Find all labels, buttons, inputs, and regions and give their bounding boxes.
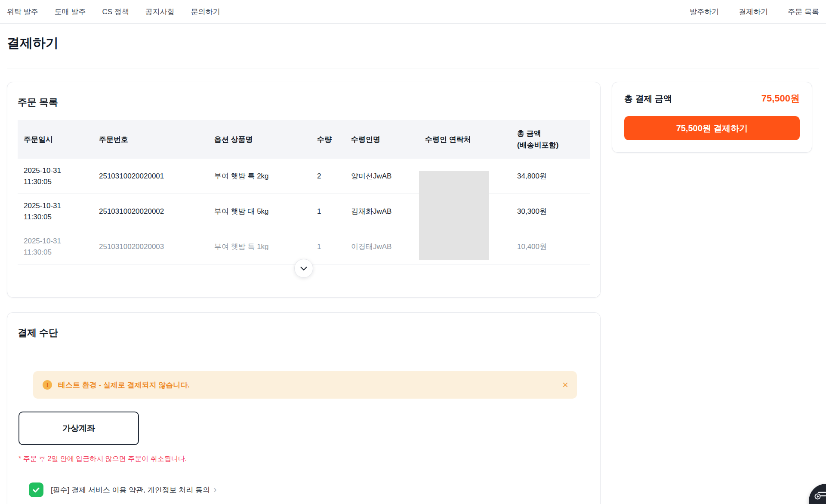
cell-product: 부여 햇밤 대 5kg bbox=[208, 206, 311, 216]
nav-item-consignment-order[interactable]: 위탁 발주 bbox=[7, 7, 38, 17]
page: 결제하기 주문 목록 주문일시 주문번호 옵션 상품명 수량 수령인명 수령인 … bbox=[0, 34, 826, 504]
close-icon[interactable]: × bbox=[562, 380, 568, 390]
total-payment-amount: 75,500원 bbox=[761, 92, 800, 105]
col-header-recipient: 수령인명 bbox=[345, 135, 419, 144]
cell-order-no: 2510310020020003 bbox=[93, 243, 208, 251]
title-divider bbox=[7, 68, 819, 68]
col-header-qty: 수량 bbox=[311, 135, 345, 144]
nav-item-inquiry[interactable]: 문의하기 bbox=[191, 7, 220, 17]
order-time: 11:30:05 bbox=[24, 176, 93, 187]
payment-method-title: 결제 수단 bbox=[18, 326, 590, 339]
nav-item-place-order[interactable]: 발주하기 bbox=[690, 7, 719, 17]
nav-left: 위탁 발주 도매 발주 CS 정책 공지사항 문의하기 bbox=[7, 7, 237, 17]
col-header-product: 옵션 상품명 bbox=[208, 135, 311, 144]
col-header-total-line1: 총 금액 bbox=[517, 128, 590, 139]
pay-button[interactable]: 75,500원 결제하기 bbox=[624, 116, 800, 140]
test-banner-text: 테스트 환경 - 실제로 결제되지 않습니다. bbox=[58, 380, 190, 390]
col-header-total-line2: (배송비포함) bbox=[517, 139, 590, 151]
cell-qty: 2 bbox=[311, 172, 345, 181]
nav-item-checkout[interactable]: 결제하기 bbox=[739, 7, 768, 17]
order-table-header: 주문일시 주문번호 옵션 상품명 수량 수령인명 수령인 연락처 총 금액 (배… bbox=[18, 120, 590, 159]
order-time: 11:30:05 bbox=[24, 212, 93, 223]
order-table: 주문일시 주문번호 옵션 상품명 수량 수령인명 수령인 연락처 총 금액 (배… bbox=[18, 120, 590, 264]
virtual-account-button[interactable]: 가상계좌 bbox=[18, 412, 139, 445]
nav-item-order-list[interactable]: 주문 목록 bbox=[788, 7, 819, 17]
chevron-down-icon bbox=[298, 263, 309, 274]
terms-checkbox[interactable] bbox=[29, 482, 43, 497]
cell-date: 2025-10-31 11:30:05 bbox=[18, 200, 93, 223]
cell-total: 30,300원 bbox=[511, 206, 590, 216]
nav-item-notice[interactable]: 공지사항 bbox=[145, 7, 175, 17]
col-header-contact: 수령인 연락처 bbox=[419, 135, 511, 144]
cell-recipient: 김채화JwAB bbox=[345, 206, 419, 216]
table-row: 2025-10-31 11:30:05 2510310020020002 부여 … bbox=[18, 194, 590, 229]
summary-row: 총 결제 금액 75,500원 bbox=[624, 92, 800, 105]
expand-orders-button[interactable] bbox=[294, 259, 313, 278]
top-nav: 위탁 발주 도매 발주 CS 정책 공지사항 문의하기 발주하기 결제하기 주문… bbox=[0, 0, 826, 24]
cell-order-no: 2510310020020001 bbox=[93, 172, 208, 181]
cell-date: 2025-10-31 11:30:05 bbox=[18, 236, 93, 258]
terms-agreement-label: [필수] 결제 서비스 이용 약관, 개인정보 처리 동의 bbox=[51, 485, 210, 495]
redacted-contact-overlay bbox=[419, 171, 489, 260]
cell-qty: 1 bbox=[311, 207, 345, 216]
chevron-right-icon[interactable]: › bbox=[213, 485, 216, 495]
order-list-card: 주문 목록 주문일시 주문번호 옵션 상품명 수량 수령인명 수령인 연락처 총… bbox=[7, 82, 601, 298]
table-row: 2025-10-31 11:30:05 2510310020020001 부여 … bbox=[18, 159, 590, 194]
order-date: 2025-10-31 bbox=[24, 165, 93, 176]
cell-total: 34,800원 bbox=[511, 171, 590, 181]
col-header-date: 주문일시 bbox=[18, 135, 93, 144]
cell-product: 부여 햇밤 특 2kg bbox=[208, 171, 311, 181]
col-header-order-no: 주문번호 bbox=[93, 135, 208, 144]
cell-order-no: 2510310020020002 bbox=[93, 207, 208, 216]
nav-item-cs-policy[interactable]: CS 정책 bbox=[102, 7, 129, 17]
cell-recipient: 이경태JwAB bbox=[345, 242, 419, 252]
total-payment-label: 총 결제 금액 bbox=[624, 93, 672, 104]
order-list-title: 주문 목록 bbox=[18, 96, 590, 109]
cell-recipient: 양미선JwAB bbox=[345, 171, 419, 181]
test-environment-banner: ! 테스트 환경 - 실제로 결제되지 않습니다. × bbox=[33, 371, 577, 399]
deposit-deadline-note: * 주문 후 2일 안에 입금하지 않으면 주문이 취소됩니다. bbox=[18, 455, 590, 464]
cell-date: 2025-10-31 11:30:05 bbox=[18, 165, 93, 187]
order-time: 11:30:05 bbox=[24, 247, 93, 258]
page-title: 결제하기 bbox=[7, 34, 819, 52]
terms-agreement-row[interactable]: [필수] 결제 서비스 이용 약관, 개인정보 처리 동의 › bbox=[29, 482, 590, 497]
col-header-total: 총 금액 (배송비포함) bbox=[511, 128, 590, 151]
cell-total: 10,400원 bbox=[511, 242, 590, 252]
nav-item-wholesale-order[interactable]: 도매 발주 bbox=[55, 7, 86, 17]
cell-product: 부여 햇밤 특 1kg bbox=[208, 242, 311, 252]
nav-right: 발주하기 결제하기 주문 목록 bbox=[670, 7, 819, 17]
order-date: 2025-10-31 bbox=[24, 200, 93, 212]
check-icon bbox=[31, 485, 41, 495]
alert-icon: ! bbox=[43, 380, 52, 390]
payment-method-card: 결제 수단 ! 테스트 환경 - 실제로 결제되지 않습니다. × 가상계좌 *… bbox=[7, 312, 601, 504]
cell-qty: 1 bbox=[311, 243, 345, 251]
payment-summary-card: 총 결제 금액 75,500원 75,500원 결제하기 bbox=[612, 82, 812, 153]
content: 주문 목록 주문일시 주문번호 옵션 상품명 수량 수령인명 수령인 연락처 총… bbox=[7, 82, 819, 298]
order-date: 2025-10-31 bbox=[24, 236, 93, 247]
